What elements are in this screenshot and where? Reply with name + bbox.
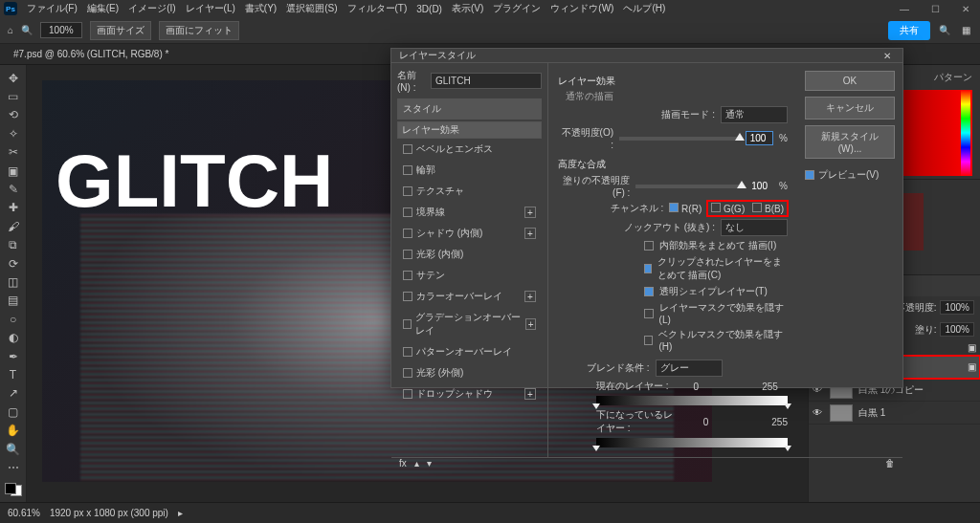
ok-button[interactable]: OK [805, 71, 895, 91]
add-icon[interactable]: + [524, 388, 536, 400]
menu-help[interactable]: ヘルプ(H) [623, 2, 665, 15]
blend-if-select[interactable]: グレー [656, 360, 723, 377]
add-icon[interactable]: + [525, 318, 536, 330]
eraser-tool[interactable]: ◫ [3, 273, 24, 290]
style-inner-shadow[interactable]: シャドウ (内側)+ [397, 223, 542, 244]
style-contour[interactable]: 輪郭 [397, 160, 542, 181]
blend-clipped-checkbox[interactable] [644, 264, 652, 273]
path-tool[interactable]: ↗ [3, 385, 24, 402]
fit-screen-button[interactable]: 画面サイズ [90, 21, 151, 40]
knockout-select[interactable]: なし [721, 219, 788, 236]
eyedropper-tool[interactable]: ✎ [3, 181, 24, 197]
chevron-down-icon[interactable]: ▾ [427, 458, 432, 469]
effects-icon[interactable]: ▣ [968, 361, 976, 372]
status-bar: 60.61% 1920 px x 1080 px (300 ppi) ▸ [0, 502, 980, 523]
menu-image[interactable]: イメージ(I) [128, 2, 175, 15]
chevron-up-icon[interactable]: ▴ [414, 458, 419, 469]
edit-toolbar[interactable]: ⋯ [3, 459, 24, 475]
transparency-shapes-checkbox[interactable] [644, 287, 654, 296]
minimize-icon[interactable]: — [894, 4, 915, 14]
menu-file[interactable]: ファイル(F) [27, 2, 78, 15]
cancel-button[interactable]: キャンセル [805, 97, 895, 120]
channel-r-checkbox[interactable]: R(R) [669, 203, 702, 214]
blend-interior-checkbox[interactable] [644, 241, 654, 251]
style-bevel[interactable]: ベベルとエンボス [397, 139, 542, 160]
lasso-tool[interactable]: ⟲ [3, 107, 24, 123]
effects-icon[interactable]: ▣ [968, 342, 976, 353]
move-tool[interactable]: ✥ [3, 70, 24, 86]
fill-opacity-input[interactable]: 100 [747, 180, 773, 192]
preview-checkbox[interactable]: プレビュー(V) [805, 168, 895, 182]
shape-tool[interactable]: ▢ [3, 403, 24, 420]
fill-value[interactable]: 100% [940, 322, 974, 337]
dialog-close-icon[interactable]: ✕ [880, 51, 895, 61]
opacity-value[interactable]: 100% [940, 300, 974, 315]
hue-slider[interactable] [961, 90, 970, 176]
menu-view[interactable]: 表示(V) [452, 2, 483, 15]
vector-mask-hides-checkbox[interactable] [644, 336, 653, 345]
style-stroke[interactable]: 境界線+ [397, 202, 542, 223]
add-icon[interactable]: + [524, 291, 536, 302]
style-color-overlay[interactable]: カラーオーバーレイ+ [397, 286, 542, 307]
color-swatch[interactable] [5, 483, 22, 496]
style-blending-options[interactable]: レイヤー効果 [397, 121, 542, 139]
dodge-tool[interactable]: ◐ [3, 329, 24, 345]
menu-layer[interactable]: レイヤー(L) [186, 2, 235, 15]
style-texture[interactable]: テクスチャ [397, 181, 542, 202]
style-drop-shadow[interactable]: ドロップシャドウ+ [397, 383, 542, 404]
style-outer-glow[interactable]: 光彩 (外側) [397, 362, 542, 383]
trash-icon[interactable]: 🗑 [885, 458, 895, 469]
document-tab[interactable]: #7.psd @ 60.6% (GLITCH, RGB/8) * [6, 49, 176, 59]
layer-mask-hides-checkbox[interactable] [644, 309, 654, 318]
blend-mode-select[interactable]: 通常 [721, 106, 788, 123]
gradient-tool[interactable]: ▤ [3, 293, 24, 309]
chevron-right-icon[interactable]: ▸ [178, 508, 183, 518]
menu-type[interactable]: 書式(Y) [245, 2, 277, 15]
marquee-tool[interactable]: ▭ [3, 88, 24, 104]
style-inner-glow[interactable]: 光彩 (内側) [397, 244, 542, 265]
menu-select[interactable]: 選択範囲(S) [286, 2, 337, 15]
brush-tool[interactable]: 🖌 [3, 218, 24, 234]
fill-opacity-slider[interactable] [635, 185, 742, 188]
opacity-input[interactable]: 100 [746, 131, 773, 145]
style-pattern-overlay[interactable]: パターンオーバーレイ [397, 341, 542, 362]
menu-filter[interactable]: フィルター(T) [347, 2, 408, 15]
this-layer-gradient[interactable] [596, 396, 788, 405]
new-style-button[interactable]: 新規スタイル(W)... [805, 125, 895, 159]
frame-tool[interactable]: ▣ [3, 163, 24, 179]
workspace-icon[interactable]: ▦ [959, 25, 972, 35]
channel-b-checkbox[interactable]: B(B) [752, 203, 784, 214]
fx-icon[interactable]: fx [399, 458, 407, 469]
search-icon[interactable]: 🔍 [938, 25, 951, 35]
home-icon[interactable]: ⌂ [8, 25, 13, 35]
wand-tool[interactable]: ✧ [3, 125, 24, 142]
pen-tool[interactable]: ✒ [3, 348, 24, 364]
type-tool[interactable]: T [3, 366, 24, 382]
menu-plugin[interactable]: プラグイン [493, 2, 541, 15]
add-icon[interactable]: + [524, 207, 536, 218]
add-icon[interactable]: + [524, 228, 536, 239]
stamp-tool[interactable]: ⧉ [3, 237, 24, 253]
fit-window-button[interactable]: 画面にフィット [159, 21, 239, 40]
heal-tool[interactable]: ✚ [3, 200, 24, 216]
blur-tool[interactable]: ○ [3, 311, 24, 327]
maximize-icon[interactable]: ☐ [924, 4, 946, 14]
zoom-value[interactable]: 100% [40, 22, 82, 38]
menu-3d[interactable]: 3D(D) [416, 4, 442, 14]
share-button[interactable]: 共有 [888, 21, 930, 40]
underlying-gradient[interactable] [596, 438, 788, 447]
hand-tool[interactable]: ✋ [3, 422, 24, 438]
style-satin[interactable]: サテン [397, 265, 542, 286]
crop-tool[interactable]: ✂ [3, 144, 24, 161]
close-icon[interactable]: ✕ [955, 4, 976, 14]
style-gradient-overlay[interactable]: グラデーションオーバーレイ+ [397, 307, 542, 341]
history-brush-tool[interactable]: ⟳ [3, 255, 24, 272]
channel-g-checkbox[interactable]: G(G) [711, 203, 745, 214]
menu-window[interactable]: ウィンドウ(W) [550, 2, 613, 15]
layer-name-input[interactable] [431, 73, 542, 89]
menu-edit[interactable]: 編集(E) [87, 2, 119, 15]
opacity-slider[interactable] [619, 137, 740, 141]
zoom-status[interactable]: 60.61% [8, 508, 40, 518]
zoom-tool[interactable]: 🔍 [3, 441, 24, 457]
dialog-titlebar[interactable]: レイヤースタイル ✕ [391, 49, 902, 63]
